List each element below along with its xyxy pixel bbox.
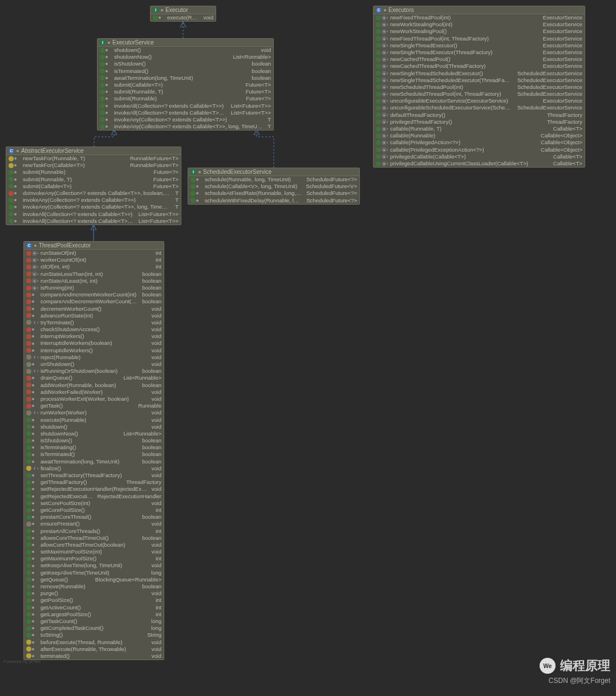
method-row[interactable]: getQueue()BlockingQueue<Runnable>	[24, 576, 164, 583]
method-row[interactable]: scheduleWithFixedDelay(Runnable, long, l…	[188, 197, 359, 204]
method-row[interactable]: processWorkerExit(Worker, boolean)void	[24, 396, 164, 402]
class-header[interactable]: IExecutor	[151, 6, 216, 14]
method-row[interactable]: isTerminated()boolean	[98, 68, 273, 75]
method-row[interactable]: decrementWorkerCount()void	[24, 306, 164, 312]
class-header[interactable]: CThreadPoolExecutor	[24, 242, 164, 250]
method-row[interactable]: freject(Runnable)void	[24, 354, 164, 361]
method-row[interactable]: allowCoreThreadTimeOut(boolean)void	[24, 542, 164, 548]
method-row[interactable]: ffinalize()void	[24, 465, 164, 472]
method-row[interactable]: advanceRunState(int)void	[24, 312, 164, 319]
method-row[interactable]: compareAndDecrementWorkerCount(int)boole…	[24, 298, 164, 305]
method-row[interactable]: execute(Runnable)void	[24, 417, 164, 424]
class-box-executors[interactable]: CExecutorssnewFixedThreadPool(int)Execut…	[373, 6, 585, 168]
method-row[interactable]: addWorker(Runnable, boolean)boolean	[24, 382, 164, 389]
class-box-abstractExecutorService[interactable]: CAbstractExecutorServicenewTaskFor(Runna…	[6, 146, 181, 225]
method-row[interactable]: toString()String	[24, 632, 164, 638]
method-row[interactable]: scallable(Runnable, T)Callable<T>	[374, 125, 585, 132]
method-row[interactable]: scallable(PrivilegedExceptionAction<?>)C…	[374, 146, 585, 153]
method-row[interactable]: purge()void	[24, 590, 164, 597]
class-header[interactable]: CExecutors	[374, 6, 585, 14]
method-row[interactable]: sdefaultThreadFactory()ThreadFactory	[374, 112, 585, 119]
method-row[interactable]: snewFixedThreadPool(int)ExecutorService	[374, 14, 585, 21]
method-row[interactable]: prestartAllCoreThreads()int	[24, 528, 164, 535]
method-row[interactable]: submit(Runnable)Future<?>	[6, 169, 181, 176]
class-header[interactable]: IScheduledExecutorService	[188, 168, 359, 176]
method-row[interactable]: afterExecute(Runnable, Throwable)void	[24, 646, 164, 653]
class-box-executor[interactable]: IExecutorexecute(Runnable)void	[150, 6, 216, 22]
method-row[interactable]: onShutdown()void	[24, 361, 164, 368]
method-row[interactable]: submit(Callable<T>)Future<T>	[6, 183, 181, 190]
method-row[interactable]: sworkerCountOf(int)int	[24, 257, 164, 263]
method-row[interactable]: getTaskCount()long	[24, 618, 164, 625]
method-row[interactable]: snewWorkStealingPool(int)ExecutorService	[374, 21, 585, 28]
method-row[interactable]: checkShutdownAccess()void	[24, 326, 164, 333]
method-row[interactable]: ftryTerminate()void	[24, 319, 164, 326]
method-row[interactable]: invokeAll(Collection<? extends Callable<…	[6, 211, 181, 218]
method-row[interactable]: shutdown()void	[24, 424, 164, 430]
method-row[interactable]: srunStateAtLeast(int, int)boolean	[24, 278, 164, 284]
method-row[interactable]: addWorkerFailed(Worker)void	[24, 389, 164, 396]
method-row[interactable]: srunStateOf(int)int	[24, 250, 164, 257]
method-row[interactable]: snewWorkStealingPool()ExecutorService	[374, 28, 585, 35]
class-header[interactable]: IExecutorService	[98, 39, 273, 47]
method-row[interactable]: sunconfigurableScheduledExecutorService(…	[374, 104, 585, 111]
method-row[interactable]: terminated()void	[24, 653, 164, 660]
method-row[interactable]: remove(Runnable)boolean	[24, 583, 164, 590]
class-box-scheduledExecutorService[interactable]: IScheduledExecutorServiceschedule(Runnab…	[188, 168, 360, 205]
method-row[interactable]: invokeAll(Collection<? extends Callable<…	[98, 103, 273, 109]
method-row[interactable]: sprivilegedCallableUsingCurrentClassLoad…	[374, 160, 585, 167]
method-row[interactable]: execute(Runnable)void	[151, 14, 216, 21]
method-row[interactable]: setMaximumPoolSize(int)void	[24, 548, 164, 555]
method-row[interactable]: frunWorker(Worker)void	[24, 409, 164, 416]
method-row[interactable]: snewSingleThreadScheduledExecutor(Thread…	[374, 77, 585, 84]
method-row[interactable]: invokeAny(Collection<? extends Callable<…	[6, 197, 181, 203]
method-row[interactable]: setKeepAliveTime(long, TimeUnit)void	[24, 562, 164, 569]
method-row[interactable]: isTerminating()boolean	[24, 444, 164, 451]
method-row[interactable]: invokeAll(Collection<? extends Callable<…	[6, 218, 181, 225]
method-row[interactable]: drainQueue()List<Runnable>	[24, 375, 164, 381]
method-row[interactable]: invokeAll(Collection<? extends Callable<…	[98, 109, 273, 116]
method-row[interactable]: submit(Callable<T>)Future<T>	[98, 82, 273, 88]
method-row[interactable]: sprivilegedThreadFactory()ThreadFactory	[374, 119, 585, 125]
method-row[interactable]: snewSingleThreadExecutor()ExecutorServic…	[374, 42, 585, 49]
method-row[interactable]: getCompletedTaskCount()long	[24, 625, 164, 632]
method-row[interactable]: setThreadFactory(ThreadFactory)void	[24, 472, 164, 479]
method-row[interactable]: setRejectedExecutionHandler(RejectedExec…	[24, 486, 164, 493]
method-row[interactable]: getLargestPoolSize()int	[24, 611, 164, 618]
method-row[interactable]: invokeAny(Collection<? extends Callable<…	[98, 123, 273, 130]
method-row[interactable]: shutdown()void	[98, 47, 273, 54]
method-row[interactable]: doInvokeAny(Collection<? extends Callabl…	[6, 190, 181, 197]
method-row[interactable]: shutdownNow()List<Runnable>	[24, 430, 164, 437]
method-row[interactable]: getKeepAliveTime(TimeUnit)long	[24, 569, 164, 576]
method-row[interactable]: newTaskFor(Runnable, T)RunnableFuture<T>	[6, 155, 181, 162]
method-row[interactable]: setCorePoolSize(int)void	[24, 500, 164, 507]
method-row[interactable]: ensurePrestart()void	[24, 520, 164, 527]
method-row[interactable]: compareAndIncrementWorkerCount(int)boole…	[24, 291, 164, 298]
class-box-threadPoolExecutor[interactable]: CThreadPoolExecutorsrunStateOf(int)intsw…	[23, 241, 164, 660]
method-row[interactable]: sprivilegedCallable(Callable<T>)Callable…	[374, 153, 585, 160]
method-row[interactable]: schedule(Runnable, long, TimeUnit)Schedu…	[188, 176, 359, 183]
method-row[interactable]: scallable(PrivilegedAction<?>)Callable<O…	[374, 139, 585, 146]
method-row[interactable]: getThreadFactory()ThreadFactory	[24, 479, 164, 486]
method-row[interactable]: isTerminated()boolean	[24, 451, 164, 458]
method-row[interactable]: snewFixedThreadPool(int, ThreadFactory)E…	[374, 35, 585, 42]
method-row[interactable]: invokeAny(Collection<? extends Callable<…	[6, 203, 181, 210]
method-row[interactable]: awaitTermination(long, TimeUnit)boolean	[98, 75, 273, 82]
method-row[interactable]: beforeExecute(Thread, Runnable)void	[24, 639, 164, 646]
method-row[interactable]: interruptWorkers()void	[24, 333, 164, 340]
method-row[interactable]: interruptIdleWorkers()void	[24, 347, 164, 354]
method-row[interactable]: srunStateLessThan(int, int)boolean	[24, 271, 164, 278]
method-row[interactable]: newTaskFor(Callable<T>)RunnableFuture<T>	[6, 162, 181, 169]
method-row[interactable]: snewCachedThreadPool(ThreadFactory)Execu…	[374, 63, 585, 70]
class-box-executorService[interactable]: IExecutorServiceshutdown()voidshutdownNo…	[97, 38, 274, 131]
method-row[interactable]: sctlOf(int, int)int	[24, 263, 164, 270]
method-row[interactable]: scheduleAtFixedRate(Runnable, long, long…	[188, 190, 359, 197]
method-row[interactable]: getRejectedExecutionHandler()RejectedExe…	[24, 493, 164, 500]
class-header[interactable]: CAbstractExecutorService	[6, 147, 181, 155]
method-row[interactable]: snewScheduledThreadPool(int)ScheduledExe…	[374, 84, 585, 91]
method-row[interactable]: schedule(Callable<V>, long, TimeUnit)Sch…	[188, 183, 359, 190]
method-row[interactable]: getActiveCount()int	[24, 604, 164, 611]
method-row[interactable]: isShutdown()boolean	[98, 60, 273, 67]
method-row[interactable]: snewSingleThreadScheduledExecutor()Sched…	[374, 70, 585, 77]
method-row[interactable]: interruptIdleWorkers(boolean)void	[24, 340, 164, 347]
